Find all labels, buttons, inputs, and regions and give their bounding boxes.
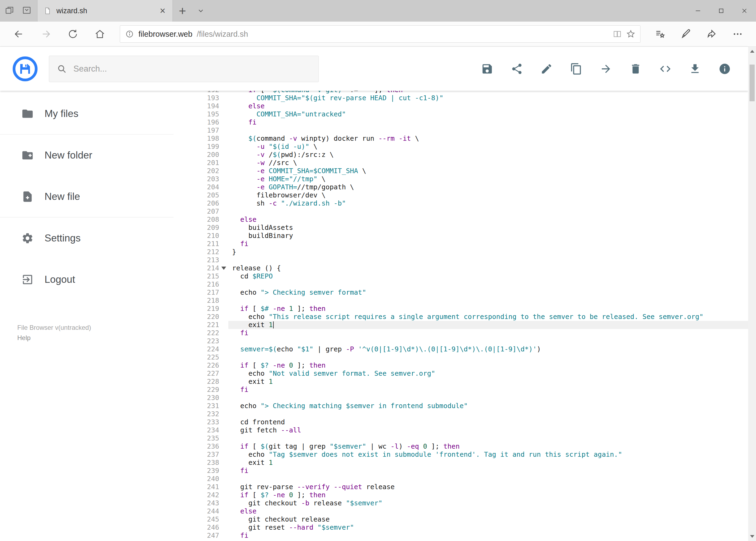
code-text[interactable]: fi — [228, 532, 748, 540]
code-line[interactable]: 217 echo "> Checking semver format" — [194, 288, 748, 296]
code-text[interactable]: fi — [228, 240, 748, 248]
code-text[interactable] — [228, 280, 748, 288]
site-info-icon[interactable] — [125, 29, 134, 39]
code-line[interactable]: 201 -w //src \ — [194, 159, 748, 167]
info-button[interactable] — [718, 63, 731, 75]
code-text[interactable]: if [ $? -ne 0 ]; then — [228, 491, 748, 499]
share-button[interactable] — [511, 63, 523, 75]
fold-marker[interactable] — [219, 264, 228, 272]
code-text[interactable]: echo "Tag $semver does not exist in subm… — [228, 450, 748, 459]
move-button[interactable] — [600, 63, 612, 75]
code-line[interactable]: 244 else — [194, 507, 748, 515]
favorite-star-icon[interactable] — [626, 29, 635, 39]
code-text[interactable] — [228, 208, 748, 216]
code-line[interactable]: 193 COMMIT_SHA="$(git rev-parse HEAD | c… — [194, 94, 748, 102]
code-line[interactable]: 224 semver=$(echo "$1" | grep -P '^v(0|[… — [194, 345, 748, 353]
code-text[interactable]: COMMIT_SHA="untracked" — [228, 110, 748, 118]
forward-icon[interactable] — [32, 29, 59, 39]
code-text[interactable]: buildAssets — [228, 224, 748, 232]
scroll-up-arrow[interactable] — [748, 47, 756, 56]
annotate-pen-icon[interactable] — [673, 29, 699, 39]
sidebar-item-new-folder[interactable]: New folder — [0, 135, 194, 176]
code-line[interactable]: 210 buildBinary — [194, 232, 748, 240]
hub-icon[interactable] — [647, 29, 673, 39]
code-text[interactable]: COMMIT_SHA="$(git rev-parse HEAD | cut -… — [228, 94, 748, 102]
code-line[interactable]: 194 else — [194, 102, 748, 110]
code-text[interactable]: else — [228, 216, 748, 224]
code-line[interactable]: 246 git reset --hard "$semver" — [194, 523, 748, 532]
code-text[interactable]: -e HOME="//tmp" \ — [228, 175, 748, 183]
code-editor[interactable]: 192 if [ "$(command -v git)" != "" ]; th… — [194, 91, 748, 541]
code-text[interactable]: if [ $? -ne 0 ]; then — [228, 361, 748, 369]
code-text[interactable]: git checkout release — [228, 515, 748, 523]
tab-close-icon[interactable]: × — [159, 6, 166, 16]
code-line[interactable]: 203 -e HOME="//tmp" \ — [194, 175, 748, 183]
code-line[interactable]: 245 git checkout release — [194, 515, 748, 523]
filebrowser-logo[interactable] — [12, 56, 38, 82]
save-button[interactable] — [481, 63, 493, 75]
code-text[interactable]: filebrowser/dev \ — [228, 191, 748, 199]
code-line[interactable]: 235 — [194, 434, 748, 442]
code-text[interactable]: echo "This release script requires a sin… — [228, 313, 748, 321]
code-line[interactable]: 207 — [194, 208, 748, 216]
code-line[interactable]: 239 fi — [194, 467, 748, 475]
code-line[interactable]: 218 — [194, 296, 748, 305]
code-text[interactable]: else — [228, 507, 748, 515]
code-text[interactable] — [228, 394, 748, 402]
share-icon[interactable] — [699, 29, 725, 39]
code-line[interactable]: 226 if [ $? -ne 0 ]; then — [194, 361, 748, 369]
code-text[interactable]: fi — [228, 386, 748, 394]
code-line[interactable]: 198 $(command -v winpty) docker run --rm… — [194, 135, 748, 143]
code-text[interactable] — [228, 296, 748, 305]
code-text[interactable] — [228, 126, 748, 135]
code-line[interactable]: 229 fi — [194, 386, 748, 394]
code-text[interactable]: git checkout -b release "$semver" — [228, 499, 748, 507]
code-text[interactable]: git fetch --all — [228, 426, 748, 434]
code-line[interactable]: 231 echo "> Checking matching $semver in… — [194, 402, 748, 410]
code-text[interactable]: -u "$(id -u)" \ — [228, 143, 748, 151]
code-line[interactable]: 230 — [194, 394, 748, 402]
copy-button[interactable] — [570, 63, 583, 75]
code-text[interactable]: -v /$(pwd):/src:z \ — [228, 151, 748, 159]
code-text[interactable]: -e COMMIT_SHA=$COMMIT_SHA \ — [228, 167, 748, 175]
refresh-icon[interactable] — [59, 29, 86, 39]
code-text[interactable]: -e GOPATH=//tmp/gopath \ — [228, 183, 748, 191]
search-input[interactable] — [74, 64, 311, 74]
code-text[interactable]: exit 1 — [228, 377, 748, 386]
code-text[interactable]: git rev-parse --verify --quiet release — [228, 483, 748, 491]
code-line[interactable]: 242 if [ $? -ne 0 ]; then — [194, 491, 748, 499]
code-line[interactable]: 220 echo "This release script requires a… — [194, 313, 748, 321]
code-text[interactable] — [228, 434, 748, 442]
code-line[interactable]: 233 cd frontend — [194, 418, 748, 426]
code-line[interactable]: 213 — [194, 256, 748, 264]
code-text[interactable]: echo "> Checking matching $semver in fro… — [228, 402, 748, 410]
code-text[interactable]: } — [228, 248, 748, 256]
more-menu-icon[interactable] — [725, 29, 751, 39]
code-text[interactable]: fi — [228, 118, 748, 126]
code-text[interactable] — [228, 475, 748, 483]
code-line[interactable]: 232 — [194, 410, 748, 418]
maximize-button[interactable] — [710, 0, 733, 22]
code-line[interactable]: 225 — [194, 353, 748, 361]
tab-preview-icon[interactable] — [22, 6, 31, 16]
browser-tab[interactable]: wizard.sh × — [37, 0, 173, 22]
code-line[interactable]: 208 else — [194, 216, 748, 224]
download-button[interactable] — [689, 63, 701, 75]
source-code-button[interactable] — [659, 63, 671, 75]
code-line[interactable]: 192 if [ "$(command -v git)" != "" ]; th… — [194, 91, 748, 94]
code-line[interactable]: 200 -v /$(pwd):/src:z \ — [194, 151, 748, 159]
code-text[interactable]: -w //src \ — [228, 159, 748, 167]
sidebar-item-logout[interactable]: Logout — [0, 259, 194, 300]
code-text[interactable]: exit 1 — [228, 459, 748, 467]
code-text[interactable]: git reset --hard "$semver" — [228, 523, 748, 532]
code-line[interactable]: 223 — [194, 337, 748, 345]
close-button[interactable] — [733, 0, 756, 22]
code-line[interactable]: 214release () { — [194, 264, 748, 272]
code-line[interactable]: 243 git checkout -b release "$semver" — [194, 499, 748, 507]
code-line[interactable]: 222 fi — [194, 329, 748, 337]
code-text[interactable] — [228, 410, 748, 418]
back-icon[interactable] — [5, 29, 32, 39]
code-line[interactable]: 211 fi — [194, 240, 748, 248]
minimize-button[interactable] — [686, 0, 710, 22]
code-line[interactable]: 228 exit 1 — [194, 377, 748, 386]
